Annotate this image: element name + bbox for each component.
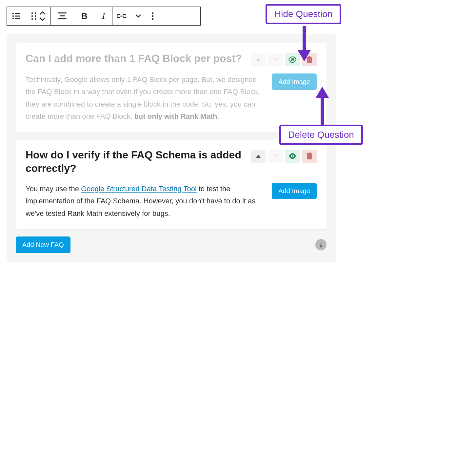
svg-rect-3: [15, 16, 20, 17]
move-up-button: [251, 53, 266, 66]
bold-icon: B: [81, 11, 88, 21]
svg-point-17: [152, 18, 154, 20]
faq-answer[interactable]: Technically, Google allows only 1 FAQ Bl…: [26, 73, 263, 123]
move-up-button[interactable]: [251, 150, 266, 163]
faq-item: Can I add more than 1 FAQ Block per post…: [16, 43, 327, 133]
faq-question-title[interactable]: How do I verify if the FAQ Schema is add…: [26, 148, 247, 175]
svg-point-9: [35, 15, 36, 17]
annotation-hide-question: Hide Question: [266, 4, 341, 24]
svg-point-6: [31, 12, 33, 14]
svg-point-11: [35, 18, 36, 20]
show-question-button[interactable]: [285, 150, 300, 163]
move-down-button: [268, 53, 283, 66]
answer-text: You may use the: [26, 185, 81, 193]
svg-point-10: [31, 18, 33, 20]
svg-rect-1: [15, 13, 20, 14]
link-icon[interactable]: [117, 13, 126, 19]
svg-rect-12: [58, 12, 67, 13]
faq-item-actions: [251, 150, 317, 163]
svg-rect-14: [58, 18, 67, 19]
toolbar-link-group: [112, 7, 146, 25]
toolbar-align-button[interactable]: [51, 7, 74, 25]
annotation-delete-question: Delete Question: [279, 125, 363, 145]
toolbar-italic-button[interactable]: I: [95, 7, 113, 25]
chevron-down-icon[interactable]: [135, 14, 141, 18]
svg-point-16: [152, 15, 154, 17]
svg-point-4: [12, 18, 14, 19]
eye-slash-icon: [288, 56, 296, 63]
list-icon: [12, 12, 21, 20]
svg-rect-27: [308, 153, 310, 154]
align-icon: [58, 12, 67, 20]
svg-rect-25: [307, 154, 312, 159]
svg-point-0: [12, 13, 14, 14]
triangle-down-icon: [273, 58, 278, 61]
triangle-down-icon: [273, 154, 278, 158]
add-new-faq-button[interactable]: Add New FAQ: [16, 236, 70, 253]
svg-point-24: [292, 155, 293, 157]
svg-rect-13: [60, 15, 65, 16]
move-down-button: [268, 150, 283, 163]
svg-point-15: [152, 12, 154, 14]
answer-strong: but only with Rank Math: [134, 112, 217, 120]
toolbar-move-group: [26, 7, 51, 25]
svg-rect-5: [15, 18, 20, 19]
info-icon: i: [320, 241, 322, 248]
answer-text: .: [217, 112, 219, 120]
italic-icon: I: [102, 11, 105, 21]
more-vertical-icon: [151, 12, 154, 20]
svg-point-8: [31, 15, 33, 17]
eye-icon: [288, 153, 296, 159]
faq-answer[interactable]: You may use the Google Structured Data T…: [26, 183, 263, 219]
triangle-up-icon: [256, 58, 261, 61]
triangle-up-icon: [256, 154, 261, 158]
drag-handle-icon[interactable]: [31, 12, 37, 20]
faq-question-title[interactable]: Can I add more than 1 FAQ Block per post…: [26, 52, 247, 66]
trash-icon: [306, 153, 313, 160]
block-toolbar: B I: [7, 7, 201, 26]
delete-question-button[interactable]: [302, 150, 317, 163]
info-button[interactable]: i: [315, 239, 327, 250]
move-updown-icon[interactable]: [39, 11, 46, 21]
add-image-button[interactable]: Add Image: [272, 183, 317, 199]
toolbar-bold-button[interactable]: B: [74, 7, 95, 25]
faq-item: How do I verify if the FAQ Schema is add…: [16, 140, 327, 229]
toolbar-list-button[interactable]: [7, 7, 26, 25]
toolbar-more-button[interactable]: [146, 7, 159, 25]
add-image-button[interactable]: Add Image: [272, 73, 317, 90]
faq-block-container: Can I add more than 1 FAQ Block per post…: [7, 34, 336, 262]
answer-link[interactable]: Google Structured Data Testing Tool: [81, 185, 197, 193]
svg-point-2: [12, 15, 14, 17]
faq-footer: Add New FAQ i: [16, 236, 327, 253]
svg-point-7: [35, 12, 36, 14]
